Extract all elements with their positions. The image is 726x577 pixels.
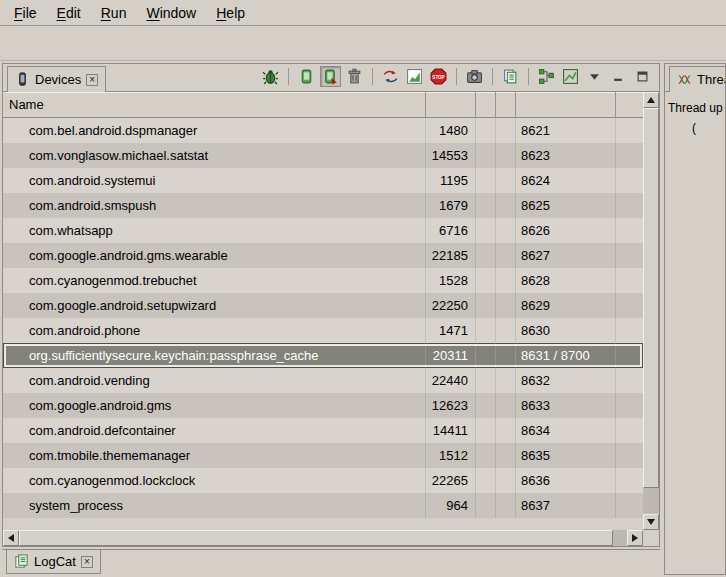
close-glyph: × [84,557,90,567]
threads-icon [677,72,692,87]
dump-hprof-icon[interactable] [320,66,341,87]
cell-port: 8624 [516,168,616,193]
column-header-port[interactable] [516,92,616,117]
update-heap-icon[interactable] [296,66,317,87]
stop-process-icon[interactable]: STOP [428,66,449,87]
thread-message: Thread up ( [665,92,725,145]
cause-gc-icon[interactable] [344,66,365,87]
device-icon [15,72,30,87]
cell-process-name: com.android.systemui [3,168,426,193]
cell-process-name: com.android.phone [3,318,426,343]
devices-panel: Devices × STOP Name com.bel.android [2,63,660,547]
hierarchy-view-icon[interactable] [536,66,557,87]
minimize-view-icon[interactable] [608,66,629,87]
cell-blank2 [496,143,516,168]
table-row[interactable]: com.cyanogenmod.trebuchet15288628 [3,268,643,293]
tab-logcat[interactable]: LogCat × [6,550,101,574]
cell-port: 8627 [516,243,616,268]
cell-blank1 [476,143,496,168]
cell-blank1 [476,118,496,143]
thread-panel-header: Thread [665,64,725,92]
menu-help[interactable]: Help [206,1,255,25]
table-row[interactable]: com.cyanogenmod.lockclock222658636 [3,468,643,493]
table-row[interactable]: com.google.android.gms126238633 [3,393,643,418]
cell-port: 8631 / 8700 [516,343,616,368]
cell-blank2 [496,168,516,193]
table-row[interactable]: com.android.smspush16798625 [3,193,643,218]
start-method-profiling-icon[interactable] [404,66,425,87]
cell-process-name: com.android.vending [3,368,426,393]
column-header-pid[interactable] [426,92,476,117]
horizontal-scroll-thumb[interactable] [19,530,613,546]
close-icon[interactable]: × [81,556,93,568]
cell-blank1 [476,218,496,243]
cell-process-name: com.google.android.setupwizard [3,293,426,318]
cell-port: 8630 [516,318,616,343]
arrow-down-icon [647,519,655,525]
table-body: com.bel.android.dspmanager14808621com.vo… [3,118,643,546]
column-header-blank2[interactable] [496,92,516,117]
cell-port: 8636 [516,468,616,493]
thread-panel: Thread Thread up ( [664,63,726,575]
tab-devices[interactable]: Devices × [7,66,106,92]
maximize-view-icon[interactable] [632,66,653,87]
cell-blank2 [496,468,516,493]
view-log-icon[interactable] [500,66,521,87]
cell-port: 8625 [516,193,616,218]
arrow-right-icon [632,534,638,542]
scroll-down-button[interactable] [643,514,659,530]
cell-blank1 [476,243,496,268]
menu-window[interactable]: Window [136,1,206,25]
table-row[interactable]: com.whatsapp67168626 [3,218,643,243]
cell-blank2 [496,193,516,218]
scroll-right-button[interactable] [627,530,643,546]
cell-fill [616,243,643,268]
cell-blank2 [496,318,516,343]
logcat-bar: LogCat × [2,549,660,577]
cell-pid: 964 [426,493,476,518]
table-row[interactable]: com.android.systemui11958624 [3,168,643,193]
table-row[interactable]: com.google.android.gms.wearable221858627 [3,243,643,268]
cell-blank2 [496,493,516,518]
cell-blank1 [476,268,496,293]
cell-fill [616,493,643,518]
vertical-scrollbar[interactable] [643,92,659,530]
cell-pid: 1471 [426,318,476,343]
eclipse-ddms-window: { "menubar": { "items": [ { "label": "Fi… [0,0,726,577]
pixel-perfect-view-icon[interactable] [560,66,581,87]
scroll-up-button[interactable] [643,92,659,108]
menu-edit[interactable]: Edit [47,1,91,25]
table-row[interactable]: system_process9648637 [3,493,643,518]
table-row[interactable]: com.android.defcontainer144118634 [3,418,643,443]
cell-blank1 [476,193,496,218]
column-header-name-label: Name [9,97,44,112]
table-header: Name [3,92,643,118]
horizontal-scrollbar[interactable] [3,530,643,546]
view-menu-icon[interactable] [584,66,605,87]
table-row[interactable]: com.google.android.setupwizard222508629 [3,293,643,318]
close-icon[interactable]: × [86,74,98,86]
toolbar-separator [372,68,373,85]
table-row[interactable]: com.bel.android.dspmanager14808621 [3,118,643,143]
table-row[interactable]: com.tmobile.thememanager15128635 [3,443,643,468]
vertical-scroll-thumb[interactable] [643,108,659,488]
toolbar-separator [528,68,529,85]
menu-run[interactable]: Run [91,1,137,25]
cell-port: 8632 [516,368,616,393]
cell-blank1 [476,493,496,518]
table-row[interactable]: com.android.phone14718630 [3,318,643,343]
scroll-left-button[interactable] [3,530,19,546]
screen-capture-icon[interactable] [464,66,485,87]
table-row[interactable]: com.android.vending224408632 [3,368,643,393]
column-header-name[interactable]: Name [3,92,426,117]
column-header-blank1[interactable] [476,92,496,117]
tab-thread[interactable]: Thread [669,66,726,92]
table-row[interactable]: org.sufficientlysecure.keychain:passphra… [3,343,643,368]
main-toolbar [0,26,726,61]
menu-file[interactable]: File [4,1,47,25]
debug-process-icon[interactable] [260,66,281,87]
cell-blank2 [496,368,516,393]
table-row[interactable]: com.vonglasow.michael.satstat145538623 [3,143,643,168]
update-threads-icon[interactable] [380,66,401,87]
cell-blank1 [476,418,496,443]
